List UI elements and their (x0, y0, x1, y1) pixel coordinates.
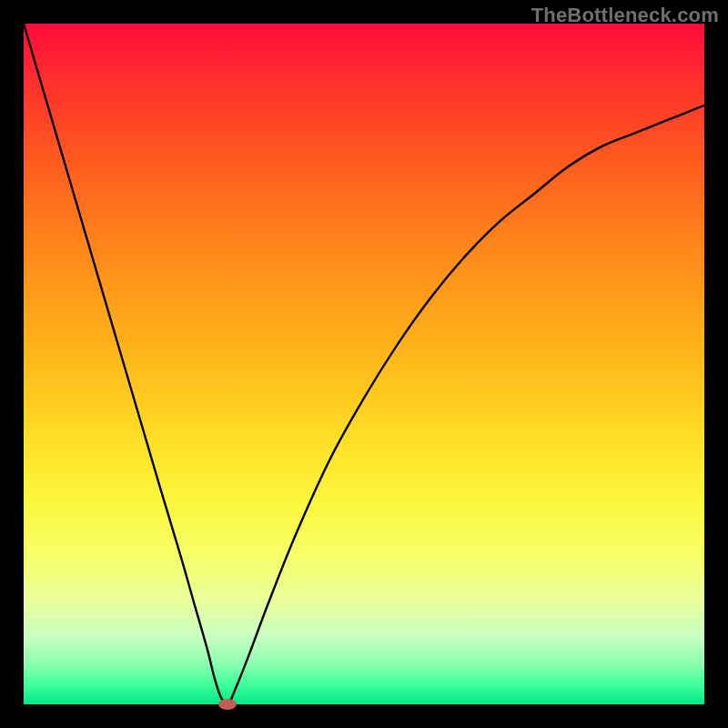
optimal-point-marker (218, 699, 237, 710)
bottleneck-curve (24, 24, 704, 704)
watermark-text: TheBottleneck.com (531, 4, 719, 27)
chart-plot-area (24, 24, 704, 704)
